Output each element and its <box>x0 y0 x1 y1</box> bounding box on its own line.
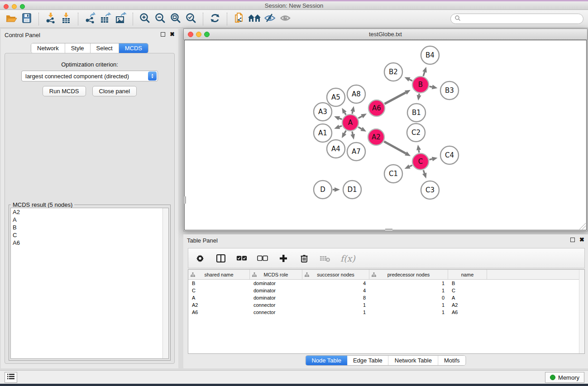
table-settings-button[interactable] <box>195 253 206 264</box>
graph-edge-C-C4[interactable] <box>430 159 432 159</box>
export-table-button[interactable] <box>98 11 113 27</box>
graph-edge-A6-B[interactable] <box>385 92 406 104</box>
graph-edge-A2-C[interactable] <box>384 142 406 153</box>
import-network-button[interactable] <box>43 11 58 27</box>
run-mcds-button[interactable]: Run MCDS <box>43 86 86 96</box>
table-cell[interactable]: connector <box>250 309 302 316</box>
table-cell[interactable]: 1 <box>369 309 448 316</box>
graph-node-B3[interactable]: B3 <box>440 81 459 100</box>
graph-node-C4[interactable]: C4 <box>440 146 459 164</box>
zoom-fit-button[interactable] <box>168 11 183 27</box>
table-cell[interactable]: dominator <box>250 294 302 301</box>
export-image-button[interactable] <box>113 11 129 27</box>
show-column-panel-button[interactable] <box>215 253 226 264</box>
table-cell[interactable]: 4 <box>302 280 369 287</box>
table-cell[interactable]: C <box>448 287 487 294</box>
table-cell[interactable]: dominator <box>250 280 302 287</box>
table-cell[interactable]: A <box>188 294 250 301</box>
export-network-button[interactable] <box>82 11 98 27</box>
save-session-button[interactable] <box>19 11 34 27</box>
graph-node-B1[interactable]: B1 <box>407 104 425 122</box>
tab-motifs[interactable]: Motifs <box>438 356 466 365</box>
table-cell[interactable]: 1 <box>369 287 448 294</box>
graph-node-A6[interactable]: A6 <box>368 100 385 116</box>
table-cell[interactable]: A2 <box>448 301 487 309</box>
network-graph[interactable]: AA1A2A3A4A5A6A7A8BB1B2B3B4CC1C2C3C4DD1 <box>185 40 587 231</box>
zoom-out-button[interactable] <box>153 11 168 27</box>
table-cell[interactable]: dominator <box>250 287 302 294</box>
mcds-result-item[interactable]: A2 <box>11 208 168 216</box>
table-cell[interactable]: connector <box>250 301 302 309</box>
zoom-in-button[interactable] <box>137 11 153 27</box>
table-cell[interactable]: B <box>188 280 250 287</box>
graph-node-A7[interactable]: A7 <box>347 143 365 161</box>
table-cell[interactable]: 8 <box>302 294 369 301</box>
graph-node-B[interactable]: B <box>412 76 429 93</box>
apply-layout-button[interactable] <box>207 11 223 27</box>
table-cell[interactable]: C <box>188 287 250 294</box>
graph-edge-B-B1[interactable] <box>419 94 420 95</box>
close-panel-button[interactable]: Close panel <box>92 86 137 96</box>
network-window-titlebar[interactable]: testGlobe.txt <box>184 29 587 40</box>
graph-edge-A-A3[interactable] <box>339 118 342 119</box>
open-session-button[interactable] <box>4 11 19 27</box>
graph-node-A5[interactable]: A5 <box>327 88 345 106</box>
float-panel-icon[interactable] <box>161 32 165 37</box>
graph-edge-C-C1[interactable] <box>410 165 412 167</box>
graph-node-A4[interactable]: A4 <box>327 140 345 158</box>
graph-edge-A-A5[interactable] <box>344 113 346 115</box>
canvas-vertical-scroll-nub[interactable] <box>184 196 186 204</box>
mcds-result-item[interactable]: A <box>11 216 168 224</box>
result-list-scrollbar[interactable] <box>163 208 168 358</box>
table-cell[interactable]: 0 <box>369 294 448 301</box>
table-cell[interactable]: A6 <box>448 309 487 316</box>
mcds-result-item[interactable]: B <box>11 224 168 231</box>
column-header-name[interactable]: name <box>448 270 487 279</box>
graph-node-A1[interactable]: A1 <box>314 124 332 142</box>
graph-edge-B-B2[interactable] <box>409 79 412 81</box>
graph-node-A8[interactable]: A8 <box>347 85 365 103</box>
float-table-panel-icon[interactable] <box>570 238 575 242</box>
graph-edge-A-A2[interactable] <box>358 127 361 129</box>
graph-node-C3[interactable]: C3 <box>421 181 439 199</box>
table-row[interactable]: Adominator80A <box>188 294 579 301</box>
unselect-all-columns-button[interactable] <box>257 253 268 264</box>
graph-node-C2[interactable]: C2 <box>407 124 425 142</box>
create-column-button[interactable] <box>278 253 289 264</box>
import-table-button[interactable] <box>58 11 74 27</box>
mcds-result-item[interactable]: A6 <box>11 239 168 247</box>
tab-mcds[interactable]: MCDS <box>119 43 148 53</box>
graph-edge-B-B3[interactable] <box>430 86 432 87</box>
window-resize-grip[interactable] <box>579 223 586 229</box>
tab-select[interactable]: Select <box>91 43 119 53</box>
tab-node-table[interactable]: Node Table <box>306 356 347 365</box>
graph-edge-A-A8[interactable] <box>352 111 353 114</box>
mcds-result-list[interactable]: A2ABCA6 <box>10 208 169 359</box>
graph-edge-C-C2[interactable] <box>419 150 419 153</box>
graph-node-A[interactable]: A <box>342 114 359 131</box>
toolbar-search-field[interactable] <box>450 14 583 24</box>
close-panel-icon[interactable]: ✖ <box>170 32 175 37</box>
network-canvas[interactable]: AA1A2A3A4A5A6A7A8BB1B2B3B4CC1C2C3C4DD1 <box>184 40 587 230</box>
table-cell[interactable]: 1 <box>302 301 369 309</box>
close-table-panel-icon[interactable]: ✖ <box>579 238 584 242</box>
graph-node-C1[interactable]: C1 <box>384 165 402 183</box>
tab-network-table[interactable]: Network Table <box>389 356 438 365</box>
graph-node-C[interactable]: C <box>412 153 429 170</box>
select-all-columns-button[interactable] <box>236 253 247 264</box>
tab-edge-table[interactable]: Edge Table <box>347 356 389 365</box>
table-cell[interactable]: A2 <box>188 301 250 309</box>
column-header-successor-nodes[interactable]: successor nodes <box>302 270 369 279</box>
table-cell[interactable]: 1 <box>369 280 448 287</box>
graph-edge-A-A4[interactable] <box>344 131 346 133</box>
function-builder-button[interactable]: f(x) <box>340 253 355 263</box>
graph-node-D[interactable]: D <box>314 181 332 199</box>
table-cell[interactable]: 4 <box>302 287 369 294</box>
table-cell[interactable]: A6 <box>188 309 250 316</box>
tab-network[interactable]: Network <box>31 43 65 53</box>
tab-style[interactable]: Style <box>65 43 91 53</box>
task-history-button[interactable] <box>5 372 17 383</box>
table-row[interactable]: A6connector11A6 <box>188 309 579 316</box>
table-row[interactable]: Cdominator41C <box>188 287 579 294</box>
graph-node-A3[interactable]: A3 <box>314 103 332 121</box>
